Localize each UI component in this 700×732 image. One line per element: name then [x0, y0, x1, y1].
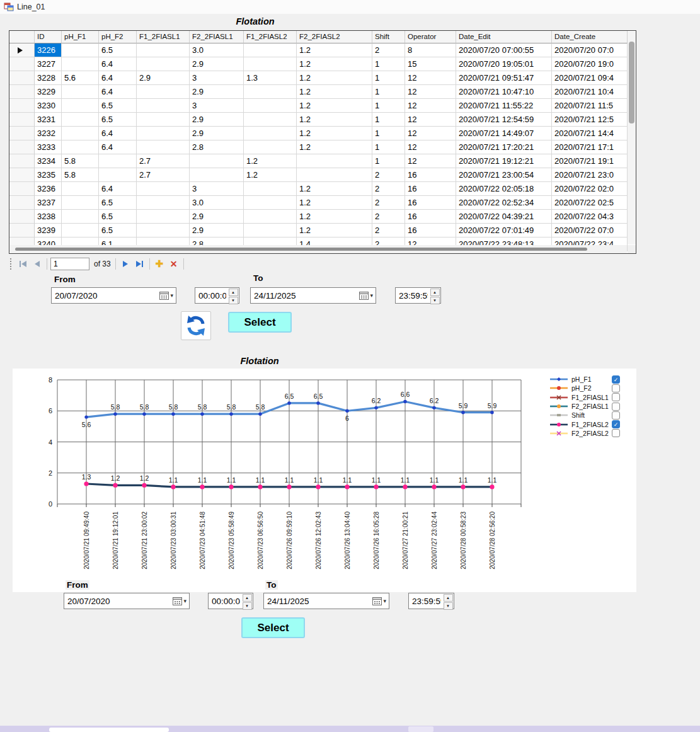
- grid-cell[interactable]: 3233: [35, 140, 62, 154]
- dropdown-arrow-icon[interactable]: ▾: [370, 292, 373, 299]
- spinner-down-button[interactable]: ▼: [430, 297, 440, 304]
- grid-cell[interactable]: [244, 113, 297, 127]
- column-header-f2_2fiasl2[interactable]: F2_2FIASL2: [297, 31, 372, 43]
- grid-cell[interactable]: 2020/07/22 04:39:21: [456, 210, 552, 224]
- grid-cell[interactable]: [244, 182, 297, 196]
- grid-cell[interactable]: [62, 57, 99, 71]
- grid-cell[interactable]: 5.8: [62, 168, 99, 182]
- grid-cell[interactable]: 6.4: [99, 127, 137, 140]
- to-date-picker-bottom[interactable]: 24/11/2025 ▾: [263, 593, 389, 609]
- grid-cell[interactable]: 16: [405, 224, 456, 237]
- spinner-up-button[interactable]: ▲: [430, 289, 440, 296]
- row-header[interactable]: [9, 196, 35, 210]
- vertical-scrollbar[interactable]: [628, 31, 636, 244]
- grid-cell[interactable]: [244, 127, 297, 140]
- grid-cell[interactable]: 2020/07/22 04:3: [552, 210, 628, 224]
- select-button-top[interactable]: Select: [228, 312, 292, 333]
- grid-cell[interactable]: [244, 43, 297, 57]
- grid-cell[interactable]: 2020/07/22 07:01:49: [456, 224, 552, 237]
- column-header-date_create[interactable]: Date_Create: [552, 31, 628, 43]
- add-new-button[interactable]: ✚: [153, 258, 166, 270]
- grid-cell[interactable]: [137, 182, 190, 196]
- column-header-shift[interactable]: Shift: [372, 31, 405, 43]
- grid-cell[interactable]: 3: [190, 182, 244, 196]
- grid-cell[interactable]: 2020/07/20 07:00:55: [456, 43, 552, 57]
- calendar-icon[interactable]: [173, 597, 182, 605]
- grid-cell[interactable]: 8: [405, 43, 456, 57]
- grid-cell[interactable]: 1: [372, 57, 405, 71]
- horizontal-scrollbar[interactable]: [10, 245, 627, 253]
- grid-cell[interactable]: 1.2: [297, 140, 372, 154]
- grid-cell[interactable]: 2.9: [190, 210, 244, 224]
- grid-cell[interactable]: 12: [405, 71, 456, 85]
- legend-checkbox-f1_2fiasl2-checked[interactable]: ✓: [612, 420, 620, 428]
- row-header[interactable]: [9, 85, 35, 99]
- grid-cell[interactable]: 2: [372, 168, 405, 182]
- taskbar-search-box[interactable]: [49, 728, 169, 732]
- grid-cell[interactable]: 2020/07/21 10:4: [552, 85, 628, 99]
- grid-cell[interactable]: 2020/07/22 07:0: [552, 224, 628, 237]
- grid-cell[interactable]: 2020/07/21 19:12:21: [456, 154, 552, 168]
- grid-cell[interactable]: 2020/07/22 02:05:18: [456, 182, 552, 196]
- grid-cell[interactable]: 3231: [35, 113, 62, 127]
- grid-cell[interactable]: [244, 210, 297, 224]
- row-header[interactable]: [9, 182, 35, 196]
- legend-checkbox-ph_f2[interactable]: [612, 384, 620, 392]
- grid-cell[interactable]: 3229: [35, 85, 62, 99]
- grid-cell[interactable]: 1.2: [297, 99, 372, 113]
- grid-cell[interactable]: 2020/07/21 09:51:47: [456, 71, 552, 85]
- grid-cell[interactable]: 1.2: [297, 71, 372, 85]
- grid-cell[interactable]: 5.6: [62, 71, 99, 85]
- grid-cell[interactable]: 3: [190, 71, 244, 85]
- grid-cell[interactable]: 1: [372, 113, 405, 127]
- legend-checkbox-shift[interactable]: [612, 411, 620, 420]
- vertical-scroll-thumb[interactable]: [629, 42, 634, 123]
- grid-cell[interactable]: 2: [372, 43, 405, 57]
- grid-cell[interactable]: 2020/07/20 07:0: [552, 43, 628, 57]
- grid-cell[interactable]: 6.5: [99, 99, 137, 113]
- grid-cell[interactable]: [137, 210, 190, 224]
- grid-cell[interactable]: 3239: [35, 224, 62, 237]
- grid-cell[interactable]: 3227: [35, 57, 62, 71]
- grid-cell[interactable]: [137, 43, 190, 57]
- grid-cell[interactable]: [137, 127, 190, 140]
- grid-cell[interactable]: 1.2: [297, 224, 372, 237]
- grid-cell[interactable]: 3236: [35, 182, 62, 196]
- grid-cell[interactable]: [62, 182, 99, 196]
- from-date-picker-bottom[interactable]: 20/07/2020 ▾: [64, 593, 190, 609]
- grid-cell[interactable]: 2020/07/21 09:4: [552, 71, 628, 85]
- move-last-button[interactable]: [134, 258, 146, 270]
- grid-cell[interactable]: 1: [372, 154, 405, 168]
- to-time-picker-bottom[interactable]: 23:59:59 ▲ ▼: [408, 593, 454, 609]
- grid-cell[interactable]: [62, 210, 99, 224]
- grid-cell[interactable]: 3232: [35, 127, 62, 140]
- calendar-icon[interactable]: [359, 292, 369, 300]
- grid-cell[interactable]: 2.9: [190, 57, 244, 71]
- grid-cell[interactable]: 6.5: [99, 210, 137, 224]
- grid-cell[interactable]: [62, 196, 99, 210]
- grid-cell[interactable]: 1.2: [297, 57, 372, 71]
- grid-cell[interactable]: 6.4: [99, 71, 137, 85]
- grid-cell[interactable]: 6.5: [99, 196, 137, 210]
- grid-cell[interactable]: 3.0: [190, 43, 244, 57]
- grid-cell[interactable]: [137, 85, 190, 99]
- grid-cell[interactable]: 2020/07/22 02:52:34: [456, 196, 552, 210]
- move-next-button[interactable]: [119, 258, 132, 270]
- grid-cell[interactable]: [62, 85, 99, 99]
- grid-cell[interactable]: 2020/07/21 10:47:10: [456, 85, 552, 99]
- grid-cell[interactable]: 6.4: [99, 140, 137, 154]
- spinner-down-button[interactable]: ▼: [243, 602, 252, 610]
- grid-cell[interactable]: 15: [405, 57, 456, 71]
- grid-cell[interactable]: 2.9: [137, 71, 190, 85]
- grid-cell[interactable]: 12: [405, 127, 456, 140]
- row-header[interactable]: [9, 99, 35, 113]
- grid-cell[interactable]: 1.3: [244, 71, 297, 85]
- grid-cell[interactable]: 2: [372, 196, 405, 210]
- grid-cell[interactable]: 16: [405, 182, 456, 196]
- grid-cell[interactable]: 2020/07/21 14:49:07: [456, 127, 552, 140]
- grid-cell[interactable]: [137, 57, 190, 71]
- grid-cell[interactable]: 3.0: [190, 196, 244, 210]
- legend-checkbox-f2_2fiasl2[interactable]: [612, 429, 620, 437]
- move-first-button[interactable]: [16, 258, 29, 270]
- grid-cell[interactable]: 2: [372, 224, 405, 237]
